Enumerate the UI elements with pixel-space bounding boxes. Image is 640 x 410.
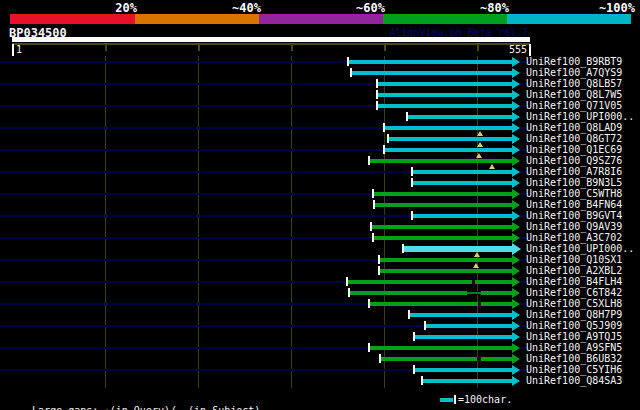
alignment-label[interactable]: UniRef100_Q84SA3 bbox=[526, 375, 622, 386]
alignment-bar[interactable] bbox=[370, 302, 512, 306]
alignment-label[interactable]: UniRef100_B9GVT4 bbox=[526, 210, 622, 221]
alignment-bar[interactable] bbox=[370, 159, 512, 163]
alignment-label[interactable]: UniRef100_Q9SZ76 bbox=[526, 155, 622, 166]
alignment-bar[interactable] bbox=[413, 214, 512, 218]
alignment-label[interactable]: UniRef100_C6T842 bbox=[526, 287, 622, 298]
alignment-bar[interactable] bbox=[389, 137, 512, 141]
alignment-bar[interactable] bbox=[375, 203, 512, 207]
alignment-row: UniRef100_C5WTH8 bbox=[0, 188, 640, 199]
alignment-row: UniRef100_Q10SX1 bbox=[0, 254, 640, 265]
alignment-label[interactable]: UniRef100_A7QYS9 bbox=[526, 67, 622, 78]
ruler-tick-500 bbox=[477, 43, 479, 51]
alignment-bar[interactable] bbox=[410, 313, 512, 317]
scale-label-identity-60: ~60% bbox=[356, 1, 385, 15]
alignment-bar[interactable] bbox=[374, 236, 512, 240]
alignment-label[interactable]: UniRef100_A3C702 bbox=[526, 232, 622, 243]
alignment-label[interactable]: UniRef100_Q8LB57 bbox=[526, 78, 622, 89]
ruler-tick-400 bbox=[384, 43, 386, 51]
alignment-arrow-icon bbox=[512, 178, 520, 188]
alignment-arrow-icon bbox=[512, 343, 520, 353]
alignment-label[interactable]: UniRef100_Q71V05 bbox=[526, 100, 622, 111]
alignment-label[interactable]: UniRef100_Q8L7W5 bbox=[526, 89, 622, 100]
alignment-bar[interactable] bbox=[404, 246, 512, 252]
gap-legend: Large gaps: ▲(in Query)/- (in Subject) bbox=[8, 394, 260, 410]
alignment-label[interactable]: UniRef100_A9TQJ5 bbox=[526, 331, 622, 342]
identity-scale-bar bbox=[0, 14, 640, 24]
alignment-label[interactable]: UniRef100_B4FN64 bbox=[526, 199, 622, 210]
alignment-bar[interactable] bbox=[385, 126, 512, 130]
query-gap-marker-icon bbox=[473, 263, 479, 268]
alignment-bar[interactable] bbox=[380, 269, 512, 273]
alignment-row: UniRef100_A9TQJ5 bbox=[0, 331, 640, 342]
alignview-screen: 20%~40%~60%~80%~100% BP034500 AlignView.… bbox=[0, 0, 640, 410]
alignment-label[interactable]: UniRef100_Q8LAD9 bbox=[526, 122, 622, 133]
alignment-bar[interactable] bbox=[372, 225, 512, 229]
alignment-row: UniRef100_Q8LB57 bbox=[0, 78, 640, 89]
alignment-label[interactable]: UniRef100_Q8GT72 bbox=[526, 133, 622, 144]
alignment-row: UniRef100_B6UB32 bbox=[0, 353, 640, 364]
alignment-bar[interactable] bbox=[413, 170, 512, 174]
alignment-label[interactable]: UniRef100_B4FLH4 bbox=[526, 276, 622, 287]
alignment-arrow-icon bbox=[512, 167, 520, 177]
ruler-end-pipe bbox=[529, 44, 531, 56]
alignment-bar[interactable] bbox=[408, 115, 512, 119]
alignment-arrow-icon bbox=[512, 266, 520, 276]
alignment-row: UniRef100_Q9AV39 bbox=[0, 221, 640, 232]
alignment-bar[interactable] bbox=[349, 60, 512, 64]
gap-legend-prefix: Large gaps: bbox=[32, 405, 104, 410]
alignment-bar[interactable] bbox=[350, 291, 512, 295]
alignment-bar[interactable] bbox=[423, 379, 512, 383]
alignment-bar[interactable] bbox=[348, 280, 512, 284]
alignment-bar[interactable] bbox=[378, 104, 512, 108]
alignment-bar[interactable] bbox=[426, 324, 512, 328]
alignment-label[interactable]: UniRef100_UPI000.. bbox=[526, 243, 634, 254]
alignment-label[interactable]: UniRef100_Q8H7P9 bbox=[526, 309, 622, 320]
alignment-label[interactable]: UniRef100_UPI000.. bbox=[526, 111, 634, 122]
alignment-bar[interactable] bbox=[380, 258, 512, 262]
alignment-row: UniRef100_C6T842 bbox=[0, 287, 640, 298]
alignment-label[interactable]: UniRef100_C5XLH8 bbox=[526, 298, 622, 309]
alignment-label[interactable]: UniRef100_Q1EC69 bbox=[526, 144, 622, 155]
alignment-label[interactable]: UniRef100_Q5J909 bbox=[526, 320, 622, 331]
alignment-label[interactable]: UniRef100_B9RBT9 bbox=[526, 56, 622, 67]
alignment-arrow-icon bbox=[512, 332, 520, 342]
alignment-bar[interactable] bbox=[378, 93, 512, 97]
alignment-label[interactable]: UniRef100_A7R8I6 bbox=[526, 166, 622, 177]
alignment-row: UniRef100_C5XLH8 bbox=[0, 298, 640, 309]
subject-gap-marker bbox=[472, 280, 475, 284]
alignment-row: UniRef100_Q1EC69 bbox=[0, 144, 640, 155]
alignment-bar[interactable] bbox=[352, 71, 512, 75]
alignment-label[interactable]: UniRef100_B6UB32 bbox=[526, 353, 622, 364]
alignment-arrow-icon bbox=[512, 90, 520, 100]
alignment-bar[interactable] bbox=[378, 82, 512, 86]
alignment-label[interactable]: UniRef100_B9N3L5 bbox=[526, 177, 622, 188]
scale-segment-identity-20 bbox=[10, 14, 135, 24]
alignment-bar[interactable] bbox=[374, 192, 512, 196]
subject-gap-thin-line bbox=[467, 292, 481, 294]
alignment-bar[interactable] bbox=[385, 148, 512, 152]
alignment-label[interactable]: UniRef100_Q9AV39 bbox=[526, 221, 622, 232]
alignment-arrow-icon bbox=[512, 277, 520, 287]
alignment-label[interactable]: UniRef100_C5WTH8 bbox=[526, 188, 622, 199]
ruler-line bbox=[12, 43, 530, 45]
alignment-label[interactable]: UniRef100_A2XBL2 bbox=[526, 265, 622, 276]
alignment-arrow-icon bbox=[512, 200, 520, 210]
alignment-row: UniRef100_UPI000.. bbox=[0, 243, 640, 254]
alignment-label[interactable]: UniRef100_Q10SX1 bbox=[526, 254, 622, 265]
alignment-bar[interactable] bbox=[413, 181, 512, 185]
scale-label-identity-80: ~80% bbox=[480, 1, 509, 15]
alignment-row: UniRef100_Q5J909 bbox=[0, 320, 640, 331]
alignment-bar[interactable] bbox=[415, 335, 512, 339]
alignment-row: UniRef100_Q9SZ76 bbox=[0, 155, 640, 166]
alignment-arrow-icon bbox=[512, 134, 520, 144]
alignment-arrow-icon bbox=[512, 145, 520, 155]
alignment-arrow-icon bbox=[512, 365, 520, 375]
scale-sample-bar bbox=[440, 398, 453, 402]
alignment-arrow-icon bbox=[512, 288, 520, 298]
alignment-bar[interactable] bbox=[415, 368, 512, 372]
alignment-label[interactable]: UniRef100_C5YIH6 bbox=[526, 364, 622, 375]
alignment-bar[interactable] bbox=[370, 346, 512, 350]
scale-label-identity-100: ~100% bbox=[599, 1, 635, 15]
alignment-label[interactable]: UniRef100_A9SFN5 bbox=[526, 342, 622, 353]
alignment-bar[interactable] bbox=[381, 357, 512, 361]
